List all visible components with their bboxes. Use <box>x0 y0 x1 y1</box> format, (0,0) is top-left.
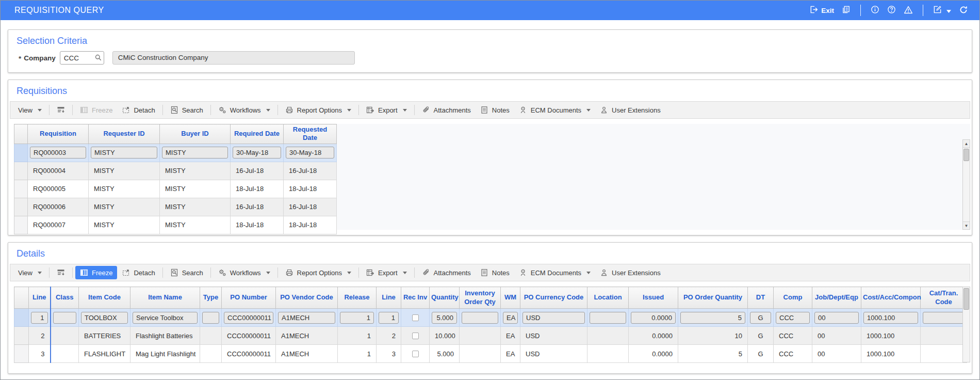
detach-button[interactable]: Detach <box>117 103 159 117</box>
cell-input[interactable]: A1MECH <box>278 312 335 324</box>
rec-inv-checkbox[interactable] <box>412 351 419 357</box>
table-cell[interactable]: 5.000 <box>430 309 460 327</box>
cell-input[interactable] <box>53 312 77 324</box>
rec-inv-checkbox[interactable] <box>412 314 419 321</box>
table-cell[interactable]: 0.0000 <box>629 345 678 363</box>
table-cell[interactable]: CCC <box>774 327 812 345</box>
table-cell[interactable]: MISTY <box>160 144 231 162</box>
table-cell[interactable] <box>460 327 501 345</box>
table-cell[interactable]: MISTY <box>89 198 160 216</box>
column-header[interactable]: Inventory Order Qty <box>460 287 501 309</box>
column-header[interactable]: Requested Date <box>284 124 337 144</box>
row-selector[interactable] <box>14 345 29 363</box>
query-by-example-button[interactable] <box>52 266 70 279</box>
table-cell[interactable]: EA <box>501 309 520 327</box>
warning-button[interactable] <box>904 5 913 16</box>
table-cell[interactable]: CCC <box>774 309 812 327</box>
row-selector[interactable] <box>14 216 28 234</box>
table-cell[interactable] <box>51 345 79 363</box>
vertical-scrollbar[interactable] <box>962 287 970 362</box>
column-header[interactable]: Location <box>587 287 629 309</box>
table-cell[interactable] <box>587 345 629 363</box>
table-cell[interactable]: 2 <box>29 327 51 345</box>
exit-button[interactable]: Exit <box>809 5 834 15</box>
table-cell[interactable]: A1MECH <box>276 327 338 345</box>
table-cell[interactable]: CCC00000011 <box>222 345 276 363</box>
row-selector[interactable] <box>14 327 29 345</box>
cell-input[interactable]: Service Toolbox <box>133 312 198 324</box>
table-cell[interactable] <box>587 327 629 345</box>
scroll-down-button[interactable]: ▼ <box>963 221 970 229</box>
view-menu-button[interactable]: View <box>13 266 46 279</box>
table-cell[interactable]: 2 <box>377 327 401 345</box>
column-header[interactable]: Item Name <box>130 287 200 309</box>
table-cell[interactable]: 30-May-18 <box>284 144 337 162</box>
table-cell[interactable]: 18-Jul-18 <box>284 216 337 234</box>
cell-input[interactable]: TOOLBOX <box>81 312 128 324</box>
table-cell[interactable] <box>921 345 967 363</box>
column-header[interactable]: Rec Inv <box>401 287 430 309</box>
row-selector[interactable] <box>14 180 28 198</box>
cell-input[interactable]: 30-May-18 <box>233 147 281 159</box>
column-header[interactable]: Release <box>338 287 377 309</box>
cell-input[interactable]: USD <box>522 312 585 324</box>
scroll-thumb[interactable] <box>963 149 969 161</box>
table-cell[interactable] <box>200 327 222 345</box>
table-cell[interactable]: 30-May-18 <box>231 144 284 162</box>
cell-input[interactable]: 00 <box>814 312 859 324</box>
column-header[interactable]: Comp <box>774 287 812 309</box>
workflows-button[interactable]: Workflows <box>214 266 275 279</box>
column-header[interactable]: PO Currency Code <box>520 287 587 309</box>
table-cell[interactable]: 10 <box>678 327 748 345</box>
cell-input[interactable]: 5 <box>680 312 745 324</box>
column-header[interactable]: DT <box>748 287 774 309</box>
cell-input[interactable]: 5.000 <box>432 312 457 324</box>
cell-input[interactable]: CCC00000011 <box>224 312 273 324</box>
table-cell[interactable]: A1MECH <box>276 309 338 327</box>
table-cell[interactable]: MISTY <box>89 180 160 198</box>
table-cell[interactable]: MISTY <box>160 162 231 180</box>
cell-input[interactable]: 1 <box>31 312 48 324</box>
cell-input[interactable]: 1000.100 <box>863 312 918 324</box>
cell-input[interactable]: 1 <box>379 312 399 324</box>
table-cell[interactable]: 1000.100 <box>861 345 921 363</box>
scroll-up-button[interactable]: ▲ <box>963 140 970 148</box>
row-selector[interactable] <box>14 162 28 180</box>
table-cell[interactable] <box>921 327 967 345</box>
cell-input[interactable]: MISTY <box>162 147 228 159</box>
column-header[interactable]: Line <box>377 287 401 309</box>
view-menu-button[interactable]: View <box>13 104 46 117</box>
column-header[interactable]: Buyer ID <box>160 124 231 144</box>
table-cell[interactable] <box>460 345 501 363</box>
table-cell[interactable]: 1 <box>338 309 377 327</box>
table-cell[interactable]: 3 <box>377 345 401 363</box>
cell-input[interactable]: 0.0000 <box>631 312 676 324</box>
table-cell[interactable]: 16-Jul-18 <box>284 162 337 180</box>
search-button[interactable]: Search <box>166 103 208 117</box>
column-header[interactable]: Requisition <box>28 124 89 144</box>
table-cell[interactable]: 5 <box>678 345 748 363</box>
cell-input[interactable]: G <box>750 312 771 324</box>
cell-input[interactable]: RQ000003 <box>30 147 86 159</box>
attachments-button[interactable]: Attachments <box>417 103 476 117</box>
table-cell[interactable]: A1MECH <box>276 345 338 363</box>
export-button[interactable]: Export <box>362 103 412 117</box>
table-cell[interactable]: TOOLBOX <box>79 309 130 327</box>
table-cell[interactable]: MISTY <box>160 216 231 234</box>
column-header[interactable]: Class <box>51 287 79 309</box>
table-cell[interactable] <box>51 327 79 345</box>
table-cell[interactable]: MISTY <box>89 144 160 162</box>
table-cell[interactable] <box>587 309 629 327</box>
table-cell[interactable]: Mag Light Flashlight <box>130 345 200 363</box>
table-cell[interactable] <box>200 345 222 363</box>
table-cell[interactable]: 1 <box>29 309 51 327</box>
column-header[interactable]: Required Date <box>231 124 284 144</box>
table-cell[interactable]: USD <box>520 345 587 363</box>
table-cell[interactable]: EA <box>501 345 520 363</box>
rec-inv-checkbox[interactable] <box>412 332 419 339</box>
cell-input[interactable]: CCC <box>776 312 810 324</box>
attachments-button[interactable]: Attachments <box>417 266 476 279</box>
cell-input[interactable] <box>462 312 498 324</box>
table-cell[interactable]: BATTERIES <box>79 327 130 345</box>
table-cell[interactable]: MISTY <box>89 162 160 180</box>
